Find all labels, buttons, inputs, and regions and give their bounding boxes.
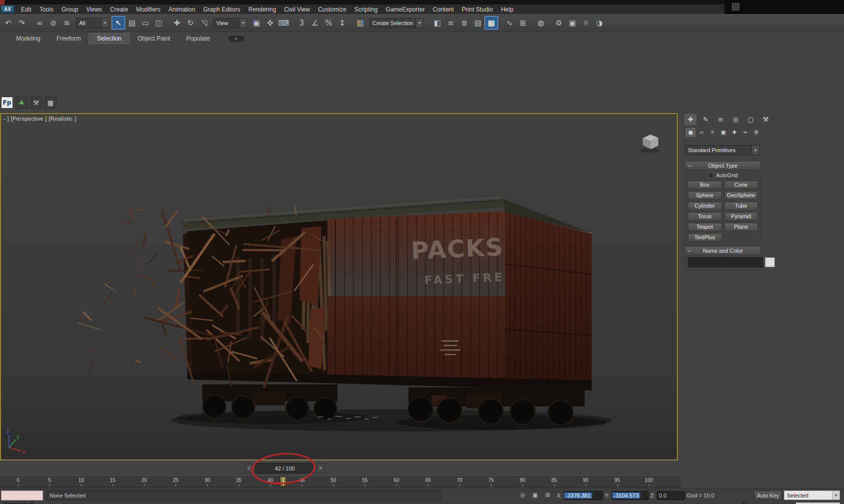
menu-tools[interactable]: Tools [36,5,58,14]
time-slider-handle[interactable] [280,476,286,487]
button-pyramid[interactable]: Pyramid [724,212,758,221]
category-cameras[interactable]: ▣ [718,128,728,137]
render-iterative-icon[interactable]: ◑ [593,16,606,30]
use-pivot-point-center-icon[interactable]: ▣ [250,16,263,30]
select-object-icon[interactable]: ↖ [112,16,125,30]
tab-create[interactable]: ✚ [685,114,696,125]
menu-create[interactable]: Create [106,5,132,14]
x-coord-field[interactable]: -2376.381 [564,491,603,500]
button-cone[interactable]: Cone [724,181,758,189]
menu-edit[interactable]: Edit [17,5,36,14]
z-coord-field[interactable]: 0.0 [657,491,685,500]
ribbon-tab-freeform[interactable]: Freeform [49,33,89,44]
key-filter-dropdown[interactable]: Selected ▼ [784,490,840,500]
select-and-link-icon[interactable]: ∞ [33,16,47,30]
button-teapot[interactable]: Teapot [688,223,722,231]
category-helpers[interactable]: ✚ [729,128,739,137]
unlink-selection-icon[interactable]: ⊘ [47,16,60,30]
ribbon-tab-object-paint[interactable]: Object Paint [130,33,178,44]
toggle-ribbon-icon[interactable]: ▦ [485,16,498,30]
redo-icon[interactable]: ↷ [15,16,29,30]
spinner-snap-icon[interactable]: ↕ [335,16,349,30]
ribbon-tab-selection[interactable]: Selection [89,33,129,44]
material-editor-icon[interactable]: ◍ [534,16,548,30]
autogrid-checkbox[interactable] [708,173,713,178]
tab-hierarchy[interactable]: ≡ [715,114,726,125]
tab-modify[interactable]: ✎ [700,114,711,125]
tab-utilities[interactable]: ⚒ [760,114,771,125]
edit-named-selection-sets-icon[interactable]: ▥ [353,16,367,30]
layer-explorer-icon[interactable]: ≣ [458,16,471,30]
keyboard-shortcut-override-icon[interactable]: ⌨ [277,16,290,30]
render-production-icon[interactable]: ☼ [579,16,593,30]
select-and-manipulate-icon[interactable]: ✜ [263,16,277,30]
rectangular-selection-region-icon[interactable]: ▭ [139,16,152,30]
category-space-warps[interactable]: ≈ [740,128,750,137]
plant-icon[interactable]: ♣ [16,97,28,109]
mirror-icon[interactable]: ◧ [431,16,444,30]
menu-help[interactable]: Help [497,5,518,14]
viewport[interactable]: PACKSID FAST FREIGHT [0,113,678,460]
absolute-mode-icon[interactable]: ⊞ [544,491,552,499]
select-and-scale-icon[interactable]: ◹ [197,16,211,30]
ribbon-tab-populate[interactable]: Populate [178,33,218,44]
name-color-rollout-header[interactable]: − Name and Color [685,247,760,255]
category-geometry[interactable]: ● [686,128,695,137]
button-textplus[interactable]: TextPlus [688,233,722,242]
category-lights[interactable]: ☼ [708,128,717,137]
viewport-canvas[interactable]: PACKSID FAST FREIGHT [1,114,677,459]
menu-modifiers[interactable]: Modifiers [132,5,165,14]
isolate-selection-icon[interactable]: ◎ [519,491,527,499]
percent-snap-icon[interactable]: % [322,16,335,30]
menu-civil-view[interactable]: Civil View [280,5,314,14]
ribbon-tab-modeling[interactable]: Modeling [8,33,49,44]
viewport-label[interactable]: - ] [Perspective ] [Realistic ] [4,116,77,122]
menu-content[interactable]: Content [429,5,458,14]
align-icon[interactable]: ≡ [444,16,458,30]
schematic-view-icon[interactable]: ⊞ [516,16,530,30]
angle-snap-icon[interactable]: ∠ [308,16,322,30]
previous-frame-button[interactable]: < [245,463,253,472]
object-name-input[interactable] [688,257,763,267]
selection-lock-icon[interactable]: ▣ [531,491,539,499]
menu-graph-editors[interactable]: Graph Editors [199,5,244,14]
subcategory-dropdown[interactable]: Standard Primitives ▼ [685,145,760,155]
button-cylinder[interactable]: Cylinder [688,202,722,210]
rendered-frame-window-icon[interactable]: ▣ [566,16,579,30]
forest-pack-icon[interactable]: Fp [1,97,13,109]
named-selection-sets-dropdown[interactable]: Create Selection Se▼ [369,18,424,28]
tab-motion[interactable]: ◎ [730,114,741,125]
menu-rendering[interactable]: Rendering [244,5,280,14]
category-systems[interactable]: ⚙ [751,128,761,137]
render-setup-icon[interactable]: ⚙ [552,16,566,30]
button-sphere[interactable]: Sphere [688,191,722,200]
auto-key-button[interactable]: Auto Key [754,490,782,500]
reference-coordinate-system-dropdown[interactable]: View▼ [213,18,247,28]
object-type-rollout-header[interactable]: − Object Type [685,162,760,170]
category-shapes[interactable]: ▱ [697,128,706,137]
menu-print-studio[interactable]: Print Studio [458,5,497,14]
list-icon[interactable]: ▦ [45,97,57,109]
bind-to-space-warp-icon[interactable]: ≋ [60,16,74,30]
menu-scripting[interactable]: Scripting [350,5,382,14]
menu-views[interactable]: Views [82,5,106,14]
button-plane[interactable]: Plane [724,223,758,231]
menu-gameexporter[interactable]: GameExporter [382,5,429,14]
undo-icon[interactable]: ↶ [2,16,15,30]
button-box[interactable]: Box [688,181,722,189]
ribbon-minimize-toggle[interactable]: ▾ [228,36,244,42]
tab-display[interactable]: ▢ [745,114,756,125]
curve-editor-icon[interactable]: ∿ [503,16,516,30]
button-geosphere[interactable]: GeoSphere [724,191,758,200]
button-tube[interactable]: Tube [724,202,758,210]
scene-explorer-icon[interactable]: ▤ [471,16,485,30]
select-and-move-icon[interactable]: ✚ [170,16,184,30]
menu-group[interactable]: Group [58,5,82,14]
selection-filter-dropdown[interactable]: All▼ [76,18,109,28]
object-color-swatch[interactable] [765,257,775,267]
button-torus[interactable]: Torus [688,212,722,221]
menu-customize[interactable]: Customize [314,5,350,14]
window-crossing-icon[interactable]: ◫ [152,16,166,30]
select-by-name-icon[interactable]: ▤ [125,16,139,30]
select-and-rotate-icon[interactable]: ↻ [184,16,197,30]
